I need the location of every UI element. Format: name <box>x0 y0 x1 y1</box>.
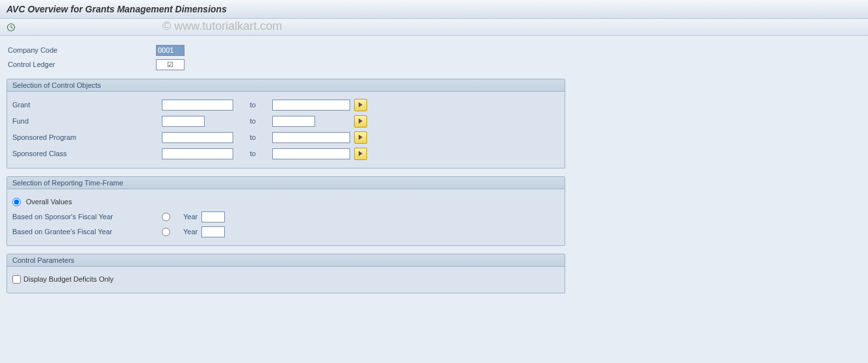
sponsored-program-to-input[interactable] <box>272 132 350 143</box>
group-control-objects: Selection of Control Objects Grant to Fu… <box>6 79 565 168</box>
svg-line-2 <box>11 27 13 29</box>
grantee-year-input[interactable] <box>201 226 225 237</box>
sponsor-year-input[interactable] <box>201 211 225 222</box>
grantee-year-row: Based on Grantee's Fiscal Year Year <box>12 225 559 238</box>
to-label: to <box>246 101 259 109</box>
group-control-parameters: Control Parameters Display Budget Defici… <box>6 254 565 293</box>
arrow-right-icon <box>359 102 363 107</box>
clock-execute-icon <box>6 23 16 32</box>
fund-from-input[interactable] <box>162 116 205 127</box>
arrow-right-icon <box>359 118 363 124</box>
control-ledger-row: Control Ledger ☑ <box>6 58 862 71</box>
year-label: Year <box>183 228 198 235</box>
sponsored-class-row: Sponsored Class to <box>12 146 559 161</box>
sponsored-program-label: Sponsored Program <box>12 133 162 141</box>
group-timeframe-title: Selection of Reporting Time-Frame <box>7 177 565 189</box>
sponsor-year-label: Based on Sponsor's Fiscal Year <box>12 213 162 221</box>
sponsored-program-row: Sponsored Program to <box>12 130 559 144</box>
to-label: to <box>246 133 259 141</box>
sponsored-program-multi-select-button[interactable] <box>354 131 367 144</box>
execute-button[interactable] <box>5 21 17 33</box>
sponsor-year-radio[interactable] <box>162 213 170 221</box>
control-ledger-check[interactable]: ☑ <box>156 59 185 70</box>
fund-label: Fund <box>12 117 162 125</box>
arrow-right-icon <box>359 151 363 156</box>
grant-label: Grant <box>12 101 162 109</box>
group-control-objects-title: Selection of Control Objects <box>7 79 565 92</box>
grant-multi-select-button[interactable] <box>354 99 367 111</box>
sponsored-class-from-input[interactable] <box>162 148 233 159</box>
display-deficits-label: Display Budget Deficits Only <box>23 275 114 283</box>
overall-values-label: Overall Values <box>26 198 72 206</box>
overall-values-row: Overall Values <box>12 195 559 208</box>
sponsored-class-multi-select-button[interactable] <box>354 148 367 160</box>
to-label: to <box>246 150 259 157</box>
fund-multi-select-button[interactable] <box>354 115 367 128</box>
year-label: Year <box>183 213 198 221</box>
company-code-input[interactable] <box>156 45 185 56</box>
grantee-year-label: Based on Grantee's Fiscal Year <box>12 228 162 235</box>
company-code-row: Company Code <box>6 44 862 57</box>
grant-row: Grant to <box>12 98 559 112</box>
group-timeframe: Selection of Reporting Time-Frame Overal… <box>6 176 565 246</box>
sponsored-class-label: Sponsored Class <box>12 150 162 157</box>
grant-to-input[interactable] <box>272 100 350 111</box>
sponsored-class-to-input[interactable] <box>272 148 350 159</box>
toolbar <box>0 19 868 36</box>
display-deficits-checkbox[interactable] <box>12 275 21 284</box>
fund-to-input[interactable] <box>272 116 315 127</box>
arrow-right-icon <box>359 135 363 140</box>
deficits-row: Display Budget Deficits Only <box>12 273 559 286</box>
control-ledger-label: Control Ledger <box>6 60 156 68</box>
sponsor-year-row: Based on Sponsor's Fiscal Year Year <box>12 210 559 223</box>
sponsored-program-from-input[interactable] <box>162 132 233 143</box>
group-control-parameters-title: Control Parameters <box>7 254 565 267</box>
fund-row: Fund to <box>12 114 559 128</box>
content-area: Company Code Control Ledger ☑ Selection … <box>0 36 868 300</box>
to-label: to <box>246 117 259 125</box>
grantee-year-radio[interactable] <box>162 228 170 236</box>
overall-values-radio[interactable] <box>12 198 21 206</box>
window-title: AVC Overview for Grants Management Dimen… <box>0 0 868 19</box>
grant-from-input[interactable] <box>162 100 233 111</box>
company-code-label: Company Code <box>6 46 156 54</box>
